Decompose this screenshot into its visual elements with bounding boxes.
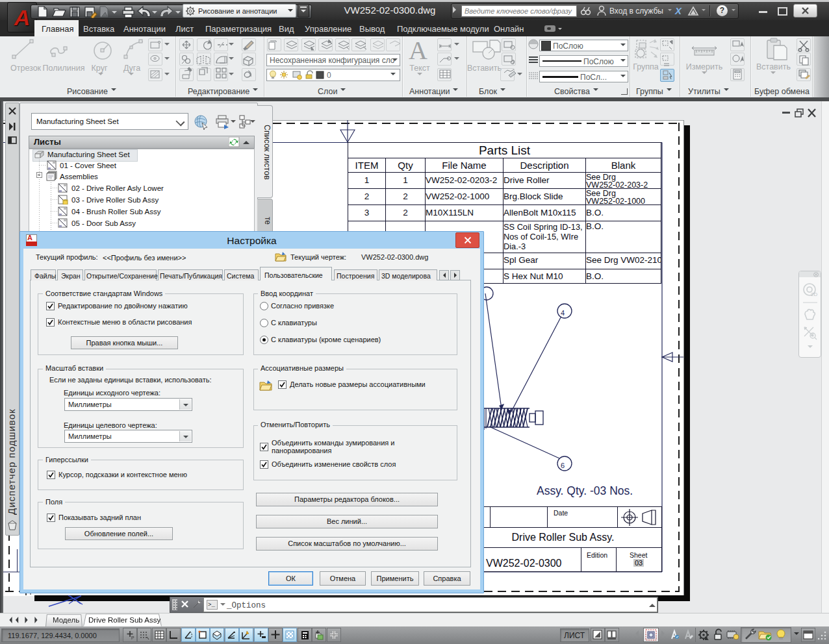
svg-text:2D: 2D — [811, 291, 817, 297]
svg-text:Assy. Qty. -03 Nos.: Assy. Qty. -03 Nos. — [537, 484, 633, 497]
svg-text:P: P — [131, 636, 134, 640]
svg-text:6: 6 — [561, 462, 565, 469]
svg-text:4: 4 — [561, 309, 565, 317]
